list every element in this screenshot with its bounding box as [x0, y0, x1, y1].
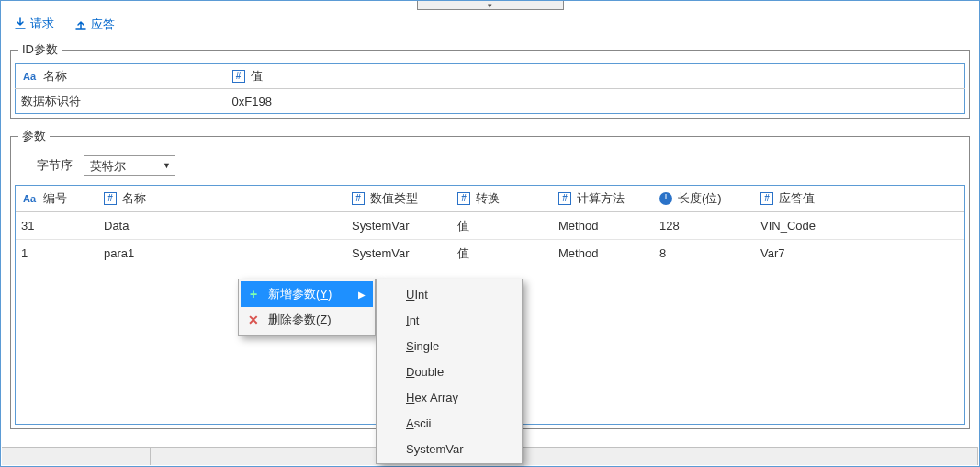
cell-type: SystemVar [346, 240, 452, 268]
numeric-type-icon: # [232, 70, 245, 83]
chevron-right-icon: ▶ [358, 290, 366, 300]
hdr-convert: 转换 [476, 190, 500, 207]
status-cell [151, 448, 978, 465]
submenu-item-uint[interactable]: UInt [378, 281, 520, 307]
id-header-name: 名称 [43, 68, 67, 85]
tab-request[interactable]: 请求 [12, 14, 56, 36]
params-table: Aa编号 #名称 #数值类型 #转换 #计算方法 长度(位) #应答值 31 D… [16, 186, 964, 268]
numeric-type-icon: # [558, 192, 571, 205]
cell-name: para1 [98, 240, 346, 268]
cell-resp: Var7 [755, 240, 964, 268]
cell-calc: Method [553, 240, 654, 268]
id-header-value: 值 [251, 68, 263, 85]
close-icon: ✕ [246, 313, 261, 327]
chevron-down-icon: ▼ [163, 161, 171, 170]
plus-icon: + [246, 287, 261, 302]
cell-length: 128 [654, 212, 755, 240]
download-icon [14, 17, 27, 30]
table-row[interactable]: 1 para1 SystemVar 值 Method 8 Var7 [16, 240, 964, 268]
numeric-type-icon: # [760, 192, 773, 205]
tab-bar: 请求 应答 [1, 10, 979, 38]
id-params-fieldset: ID参数 Aa 名称 # 值 [10, 41, 970, 119]
numeric-type-icon: # [457, 192, 470, 205]
tab-request-label: 请求 [30, 16, 54, 32]
cell-index: 1 [16, 240, 98, 268]
cell-length: 8 [654, 240, 755, 268]
cell-convert: 值 [452, 240, 553, 268]
numeric-type-icon: # [104, 192, 117, 205]
cell-index: 31 [16, 212, 98, 240]
id-row-name: 数据标识符 [16, 89, 227, 114]
submenu-types: UInt Int Single Double Hex Array Ascii S… [376, 279, 523, 464]
submenu-item-single[interactable]: Single [378, 333, 520, 359]
status-cell [2, 448, 151, 465]
submenu-item-hexarray[interactable]: Hex Array [378, 384, 520, 410]
byte-order-select[interactable]: 英特尔 ▼ [84, 155, 175, 176]
chevron-down-icon: ▾ [488, 1, 492, 10]
table-row[interactable]: 31 Data SystemVar 值 Method 128 VIN_Code [16, 212, 964, 240]
submenu-item-int[interactable]: Int [378, 307, 520, 333]
menu-del-label: 删除参数(Z) [268, 312, 366, 328]
cell-convert: 值 [452, 212, 553, 240]
numeric-type-icon: # [352, 192, 365, 205]
hdr-length: 长度(位) [678, 190, 722, 207]
menu-item-delete-param[interactable]: ✕ 删除参数(Z) [241, 307, 373, 333]
context-menu: + 新增参数(Y) ▶ ✕ 删除参数(Z) [238, 279, 376, 336]
id-row-value: 0xF198 [227, 89, 965, 114]
collapse-grip[interactable]: ▾ [417, 1, 564, 10]
tab-response[interactable]: 应答 [73, 14, 117, 36]
menu-item-add-param[interactable]: + 新增参数(Y) ▶ [241, 281, 373, 307]
hdr-resp: 应答值 [779, 190, 815, 207]
upload-icon [74, 18, 87, 31]
text-type-icon: Aa [21, 70, 38, 83]
submenu-item-double[interactable]: Double [378, 359, 520, 384]
splitter-handle[interactable]: ▾ [1, 1, 979, 10]
params-legend: 参数 [18, 128, 50, 144]
submenu-item-ascii[interactable]: Ascii [378, 410, 520, 436]
cell-calc: Method [553, 212, 654, 240]
id-params-legend: ID参数 [18, 41, 62, 58]
byte-order-label: 字节序 [37, 157, 73, 174]
clock-icon [659, 192, 672, 205]
params-controls: 字节序 英特尔 ▼ [15, 150, 965, 185]
text-type-icon: Aa [21, 192, 38, 205]
menu-add-label: 新增参数(Y) [268, 286, 351, 302]
hdr-name: 名称 [122, 190, 146, 207]
cell-type: SystemVar [346, 212, 452, 240]
submenu-item-systemvar[interactable]: SystemVar [378, 436, 520, 461]
cell-name: Data [98, 212, 346, 240]
hdr-index: 编号 [43, 190, 67, 207]
hdr-calc: 计算方法 [577, 190, 625, 207]
id-row[interactable]: 数据标识符 0xF198 [16, 89, 965, 114]
id-params-table: Aa 名称 # 值 数据标识符 0xF198 [15, 63, 965, 114]
tab-response-label: 应答 [91, 17, 115, 33]
hdr-type: 数值类型 [370, 190, 418, 207]
byte-order-value: 英特尔 [84, 156, 175, 176]
main-panel: ▾ 请求 应答 ID参数 Aa 名称 [0, 0, 980, 467]
cell-resp: VIN_Code [755, 212, 964, 240]
